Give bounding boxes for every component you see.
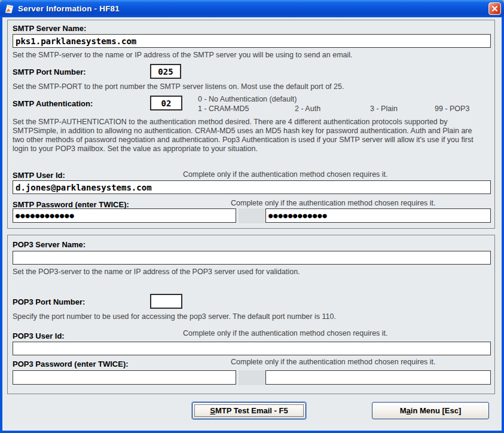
server-information-dialog: Server Information - HF81 SMTP Server Na…	[0, 0, 504, 433]
pop3-port-help: Specify the port number to be used for a…	[13, 312, 336, 321]
smtp-test-email-button-label: MTP Test Email - F5	[215, 406, 288, 415]
smtp-auth-option-2: 2 - Auth	[295, 105, 320, 113]
smtp-password-label: SMTP Password (enter TWICE):	[13, 200, 129, 209]
pop3-user-id-label: POP3 User Id:	[13, 331, 65, 340]
smtp-server-name-input[interactable]	[13, 34, 491, 48]
pop3-password-input[interactable]	[13, 370, 236, 385]
smtp-password-note: Complete only if the authentication meth…	[231, 199, 436, 207]
dialog-content: SMTP Server Name: Set the SMTP-server to…	[2, 17, 502, 431]
pop3-server-name-help: Set the POP3-server to the name or IP ad…	[13, 268, 300, 276]
smtp-test-email-button[interactable]: SMTP Test Email - F5	[192, 402, 306, 419]
pop3-password-confirm-input[interactable]	[265, 370, 491, 385]
pop3-password-note: Complete only if the authentication meth…	[231, 358, 436, 366]
pop3-user-id-input[interactable]	[13, 342, 491, 355]
smtp-auth-option-3: 3 - Plain	[370, 105, 398, 113]
smtp-auth-option-4: 99 - POP3	[435, 105, 469, 113]
main-menu-button[interactable]: Main Menu [Esc]	[372, 402, 489, 419]
pop3-password-label: POP3 Password (enter TWICE):	[13, 360, 129, 368]
smtp-server-name-help: Set the SMTP-server to the name or IP ad…	[13, 51, 353, 59]
smtp-password-input[interactable]	[13, 208, 236, 223]
smtp-auth-label: SMTP Authentication:	[13, 99, 93, 108]
password-field-gap	[239, 208, 265, 223]
pop3-settings-group: POP3 Server Name: Set the POP3-server to…	[7, 235, 495, 394]
close-icon	[491, 5, 498, 12]
smtp-auth-option-1: 1 - CRAM-MD5	[198, 105, 249, 113]
window-title: Server Information - HF81	[18, 4, 120, 13]
smtp-user-id-label: SMTP User Id:	[13, 171, 65, 180]
main-menu-button-prefix: M	[400, 406, 407, 415]
smtp-user-id-note: Complete only if the authentication meth…	[183, 170, 388, 179]
title-bar[interactable]: Server Information - HF81	[0, 0, 504, 17]
password-field-gap	[239, 370, 265, 385]
smtp-port-input[interactable]	[150, 64, 181, 79]
close-button[interactable]	[488, 2, 501, 15]
pop3-user-id-note: Complete only if the authentication meth…	[183, 329, 388, 337]
main-menu-button-mnemonic: a	[407, 406, 411, 415]
app-icon	[4, 4, 16, 14]
smtp-port-label: SMTP Port Number:	[13, 67, 86, 76]
smtp-auth-help: Set the SMTP-AUTHENTICATION to the authe…	[13, 118, 480, 153]
pop3-server-name-label: POP3 Server Name:	[13, 240, 85, 249]
smtp-port-help: Set the SMTP-PORT to the port number the…	[13, 82, 344, 91]
smtp-settings-group: SMTP Server Name: Set the SMTP-server to…	[7, 20, 495, 229]
smtp-password-confirm-input[interactable]	[265, 208, 491, 223]
pop3-port-input[interactable]	[150, 294, 182, 309]
smtp-server-name-label: SMTP Server Name:	[13, 24, 86, 33]
pop3-server-name-input[interactable]	[13, 251, 491, 265]
pop3-port-label: POP3 Port Number:	[13, 297, 85, 306]
smtp-user-id-input[interactable]	[13, 180, 491, 194]
main-menu-button-label: in Menu [Esc]	[411, 406, 462, 415]
smtp-test-email-button-mnemonic: S	[210, 406, 215, 415]
smtp-auth-input[interactable]	[150, 96, 182, 110]
smtp-auth-option-0: 0 - No Authentication (default)	[198, 95, 297, 103]
